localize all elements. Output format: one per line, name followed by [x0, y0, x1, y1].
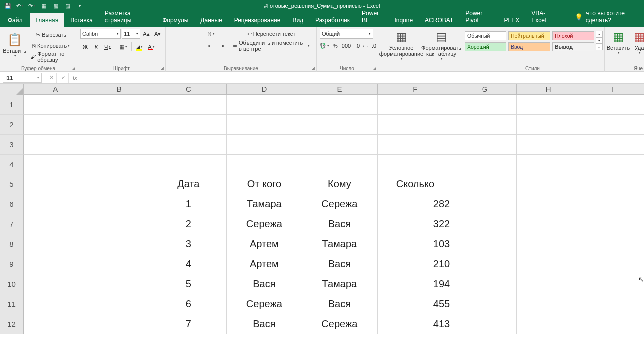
fx-icon[interactable]: fx — [73, 75, 77, 81]
cancel-formula-icon[interactable]: ✕ — [47, 73, 57, 83]
style-input[interactable]: Ввод — [508, 42, 550, 51]
cell-G4[interactable] — [453, 155, 517, 174]
cell-C8[interactable]: 3 — [151, 234, 227, 254]
name-box[interactable]: I11 ▾ — [3, 73, 42, 83]
cell-A10[interactable] — [24, 274, 88, 294]
cell-G10[interactable] — [453, 274, 517, 294]
cell-F12[interactable]: 413 — [378, 314, 454, 334]
cell-C2[interactable] — [151, 115, 227, 135]
fill-color-button[interactable]: ◢ — [134, 42, 145, 52]
cell-A1[interactable] — [24, 95, 88, 115]
comma-format-icon[interactable]: 000 — [341, 41, 351, 51]
style-neutral[interactable]: Нейтральный — [508, 31, 550, 40]
cell-B2[interactable] — [87, 115, 151, 135]
tab-powerpivot[interactable]: Power Pivot — [459, 6, 498, 27]
align-left-icon[interactable]: ≡ — [169, 41, 179, 51]
row-header[interactable]: 2 — [0, 115, 24, 135]
cell-I7[interactable] — [580, 214, 644, 234]
cell-H12[interactable] — [517, 314, 581, 334]
bold-button[interactable]: Ж — [80, 42, 90, 52]
cell-I3[interactable] — [580, 135, 644, 155]
insert-cells-button[interactable]: ▦ Вставить — [608, 29, 629, 56]
cell-G3[interactable] — [453, 135, 517, 155]
row-header[interactable]: 10 — [0, 274, 24, 294]
font-name-select[interactable]: Calibri▾ — [80, 29, 121, 39]
cell-D11[interactable]: Сережа — [227, 294, 303, 314]
cell-F4[interactable] — [378, 155, 454, 174]
cell-D10[interactable]: Вася — [227, 274, 303, 294]
cell-E9[interactable]: Вася — [302, 254, 378, 274]
style-output[interactable]: Вывод — [552, 42, 594, 51]
cell-A3[interactable] — [24, 135, 88, 155]
cell-I5[interactable] — [580, 174, 644, 194]
cell-C9[interactable]: 4 — [151, 254, 227, 274]
cell-F5[interactable]: Сколько — [378, 174, 454, 194]
align-middle-icon[interactable]: ≡ — [180, 29, 190, 39]
cell-G11[interactable] — [453, 294, 517, 314]
cell-I8[interactable] — [580, 234, 644, 254]
cell-H4[interactable] — [517, 155, 581, 174]
qat-icon-2[interactable]: ▧ — [51, 1, 61, 10]
cell-D9[interactable]: Артем — [227, 254, 303, 274]
cell-H11[interactable] — [517, 294, 581, 314]
cell-I1[interactable] — [580, 95, 644, 115]
accounting-format-icon[interactable]: 💱 — [320, 41, 329, 51]
delete-cells-button[interactable]: ▦ Уда — [629, 29, 644, 56]
qat-icon-3[interactable]: ▨ — [63, 1, 73, 10]
cell-B4[interactable] — [87, 155, 151, 174]
cell-E1[interactable] — [302, 95, 378, 115]
row-header[interactable]: 8 — [0, 234, 24, 254]
cell-B8[interactable] — [87, 234, 151, 254]
cell-B11[interactable] — [87, 294, 151, 314]
cell-I4[interactable] — [580, 155, 644, 174]
row-header[interactable]: 12 — [0, 314, 24, 334]
copy-button[interactable]: ⎘ Копировать — [28, 41, 74, 51]
cell-A12[interactable] — [24, 314, 88, 334]
col-header-I[interactable]: I — [580, 84, 644, 94]
cell-H9[interactable] — [517, 254, 581, 274]
cell-A8[interactable] — [24, 234, 88, 254]
alignment-launcher-icon[interactable]: ◢ — [311, 66, 315, 71]
cell-F2[interactable] — [378, 115, 454, 135]
col-header-D[interactable]: D — [227, 84, 303, 94]
save-icon[interactable]: 💾 — [3, 1, 13, 10]
orientation-icon[interactable]: ⤭ — [205, 29, 217, 39]
cell-D6[interactable]: Тамара — [227, 194, 303, 214]
cell-A11[interactable] — [24, 294, 88, 314]
cell-C10[interactable]: 5 — [151, 274, 227, 294]
cell-G6[interactable] — [453, 194, 517, 214]
cell-C4[interactable] — [151, 155, 227, 174]
clipboard-launcher-icon[interactable]: ◢ — [72, 66, 75, 71]
col-header-F[interactable]: F — [378, 84, 454, 94]
tab-insert[interactable]: Вставка — [64, 13, 99, 27]
qat-icon-1[interactable]: ▦ — [39, 1, 49, 10]
tab-acrobat[interactable]: ACROBAT — [419, 13, 459, 27]
cell-B10[interactable] — [87, 274, 151, 294]
merge-center-button[interactable]: ⬌ Объединить и поместить в центре — [229, 41, 313, 51]
cell-F6[interactable]: 282 — [378, 194, 454, 214]
cell-I10[interactable] — [580, 274, 644, 294]
cell-G5[interactable] — [453, 174, 517, 194]
font-color-button[interactable]: A — [146, 42, 156, 52]
styles-scroll-down-icon[interactable]: ▾ — [596, 37, 603, 44]
styles-scroll-up-icon[interactable]: ▴ — [596, 31, 603, 37]
cell-E11[interactable]: Вася — [302, 294, 378, 314]
tab-formulas[interactable]: Формулы — [157, 13, 194, 27]
cell-E7[interactable]: Вася — [302, 214, 378, 234]
row-header[interactable]: 6 — [0, 194, 24, 214]
tab-vbaexcel[interactable]: VBA-Excel — [525, 6, 562, 27]
cell-F10[interactable]: 194 — [378, 274, 454, 294]
select-all-corner[interactable] — [0, 84, 24, 95]
cell-I9[interactable] — [580, 254, 644, 274]
col-header-C[interactable]: C — [151, 84, 227, 94]
col-header-G[interactable]: G — [453, 84, 517, 94]
cell-H7[interactable] — [517, 214, 581, 234]
cell-I2[interactable] — [580, 115, 644, 135]
cut-button[interactable]: ✂ Вырезать — [28, 30, 74, 40]
redo-icon[interactable]: ↷ — [27, 1, 37, 10]
cell-C6[interactable]: 1 — [151, 194, 227, 214]
cell-C1[interactable] — [151, 95, 227, 115]
qat-customize-icon[interactable]: ▾ — [75, 1, 85, 10]
spreadsheet-grid[interactable]: A B C D E F G H I 12345ДатаОт когоКомуСк… — [0, 84, 644, 334]
row-header[interactable]: 5 — [0, 174, 24, 194]
